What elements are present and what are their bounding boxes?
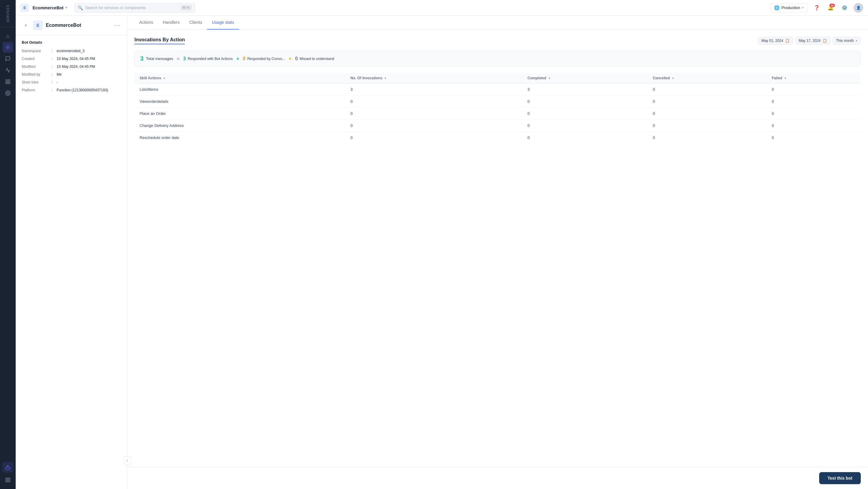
convo-count: 0 (243, 56, 245, 61)
dropdown-chevron-icon: ▾ (856, 39, 858, 43)
dropdown-arrow-icon: ▾ (65, 6, 67, 10)
date-from-label: May 01, 2024 (761, 39, 783, 43)
copy-icon: 📋 (785, 39, 789, 43)
settings-button[interactable]: ⚙️ (840, 3, 849, 13)
svg-point-7 (7, 465, 8, 466)
detail-row: Platform : Function (12130000005437193) (22, 88, 121, 92)
tab-actions[interactable]: Actions (134, 16, 158, 30)
sidebar-icon-home[interactable]: ⌂ (2, 30, 13, 41)
topbar: E EcommerceBot ▾ 🔍 Search for services o… (16, 0, 868, 16)
responded-label: Responded with Bot Actions (188, 57, 233, 61)
invocations-title: Invocations By Action (134, 37, 185, 44)
collapse-panel-button[interactable]: ‹ (124, 456, 131, 465)
convo-label: Responded by Convo... (247, 57, 285, 61)
more-options-button[interactable]: ··· (115, 22, 121, 29)
sidebar-icon-chart[interactable] (2, 65, 13, 76)
detail-colon-2: : (52, 64, 57, 69)
date-range-label: This month (836, 39, 854, 43)
detail-rows: Namespace : ecommercebot_3 Created : 15 … (22, 49, 121, 92)
left-panel: E EcommerceBot ··· Bot Details Namespace… (16, 16, 127, 489)
col-header-failed[interactable]: Failed ▾ (767, 73, 861, 84)
bot-details-section: Bot Details Namespace : ecommercebot_3 C… (16, 35, 127, 489)
col-header-no.-of-invocations[interactable]: No. Of Invocations ▾ (346, 73, 523, 84)
table-row: Listofitems3300 (135, 84, 861, 96)
search-bar[interactable]: 🔍 Search for services or components ⌘+K (74, 3, 195, 13)
sidebar-icon-chat[interactable] (2, 53, 13, 64)
svg-rect-3 (8, 82, 10, 84)
tab-usage-stats[interactable]: Usage stats (207, 16, 239, 30)
services-label: Services (6, 2, 10, 25)
table-cell-3-1: 0 (346, 120, 523, 132)
topbar-bot-name[interactable]: EcommerceBot ▾ (33, 5, 67, 10)
topbar-bot-avatar: E (21, 4, 29, 12)
test-bot-button[interactable]: Test this bot (819, 472, 861, 484)
detail-key-2: Modified (22, 64, 52, 69)
table-row: Vieworderdetails0000 (135, 96, 861, 108)
detail-key-0: Namespace (22, 49, 52, 53)
detail-value-1: 15 May 2024, 04:45 PM (57, 57, 95, 61)
right-panel: ActionsHandlersClientsUsage stats Invoca… (127, 16, 868, 489)
table-cell-4-3: 0 (648, 132, 767, 144)
convo-item: 0 Responded by Convo... (243, 56, 285, 61)
table-cell-1-1: 0 (346, 96, 523, 108)
date-range-dropdown[interactable]: This month ▾ (833, 37, 861, 44)
svg-rect-6 (6, 467, 10, 469)
date-to-label: May 17, 2024 (799, 39, 821, 43)
table-cell-4-1: 0 (346, 132, 523, 144)
table-cell-3-3: 0 (648, 120, 767, 132)
sidebar-icon-settings[interactable] (2, 88, 13, 99)
date-to-picker[interactable]: May 17, 2024 📋 (795, 37, 830, 44)
col-header-skill-actions[interactable]: Skill Actions ▾ (135, 73, 346, 84)
table-cell-0-4: 0 (767, 84, 861, 96)
help-button[interactable]: ❓ (812, 3, 822, 13)
detail-colon-1: : (52, 57, 57, 61)
sidebar-icon-grid[interactable] (2, 475, 13, 485)
environment-selector[interactable]: 🌐 Production ▾ (770, 3, 808, 12)
col-header-completed[interactable]: Completed ▾ (523, 73, 648, 84)
detail-value-5: Function (12130000005437193) (57, 88, 108, 92)
settings-icon: ⚙️ (841, 5, 847, 10)
svg-point-5 (7, 93, 9, 94)
table-cell-1-3: 0 (648, 96, 767, 108)
table-cell-4-4: 0 (767, 132, 861, 144)
tab-handlers[interactable]: Handlers (158, 16, 184, 30)
sidebar-icon-flow[interactable] (2, 42, 13, 53)
sidebar-icon-analytics[interactable] (2, 76, 13, 87)
copy-icon-2: 📋 (823, 39, 827, 43)
stats-content: Invocations By Action May 01, 2024 📋 May… (127, 30, 868, 467)
missed-item: 0 Missed to understand (295, 56, 334, 61)
table-cell-2-0: Place an Order (135, 108, 346, 120)
panel-avatar: E (33, 21, 43, 30)
main-area: E EcommerceBot ▾ 🔍 Search for services o… (16, 0, 868, 489)
environment-label: Production (781, 5, 800, 10)
invocations-header: Invocations By Action May 01, 2024 📋 May… (134, 37, 861, 44)
responded-count: 3 (183, 56, 186, 61)
total-label: Total messages (146, 56, 173, 61)
date-from-picker[interactable]: May 01, 2024 📋 (758, 37, 793, 44)
col-header-cancelled[interactable]: Cancelled ▾ (648, 73, 767, 84)
table-cell-1-0: Vieworderdetails (135, 96, 346, 108)
date-controls: May 01, 2024 📋 May 17, 2024 📋 This month… (758, 37, 861, 44)
svg-rect-11 (8, 478, 10, 479)
services-nav[interactable]: Services (0, 0, 16, 27)
table-cell-2-3: 0 (648, 108, 767, 120)
table-cell-2-4: 0 (767, 108, 861, 120)
sidebar-icon-bot[interactable] (2, 462, 13, 473)
panel-title: EcommerceBot (46, 23, 81, 28)
svg-rect-13 (6, 481, 7, 482)
detail-colon-5: : (52, 88, 57, 92)
summary-total: 3 Total messages (140, 55, 173, 62)
tab-clients[interactable]: Clients (184, 16, 207, 30)
detail-key-1: Created (22, 57, 52, 61)
notifications-button[interactable]: 🔔 15 (826, 3, 835, 13)
detail-row: Short Intro : - (22, 80, 121, 84)
svg-rect-12 (8, 481, 10, 482)
table-row: Change Delivery Address0000 (135, 120, 861, 132)
services-sidebar: Services ⌂ (0, 0, 16, 489)
detail-key-4: Short Intro (22, 80, 52, 84)
user-avatar[interactable]: 👤 (854, 3, 863, 13)
table-cell-3-4: 0 (767, 120, 861, 132)
svg-point-0 (7, 47, 9, 48)
back-button[interactable] (22, 21, 30, 30)
table-cell-2-1: 0 (346, 108, 523, 120)
